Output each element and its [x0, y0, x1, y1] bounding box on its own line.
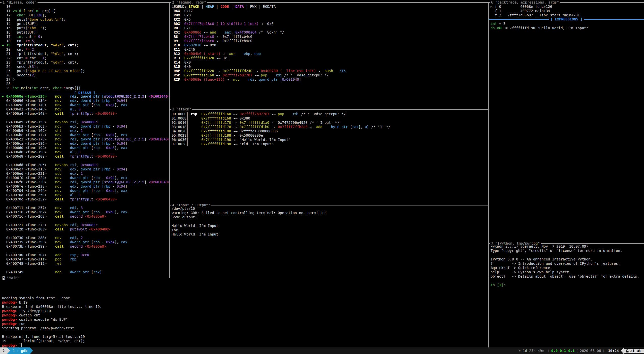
terminal-line: f 1 400772 main+34 [491, 9, 642, 13]
terminal-line: Breakpoint 1 at 0x40068e: file test.c, l… [2, 305, 486, 309]
pane-title-stack: 3 "stack" [171, 107, 192, 111]
terminal-line: 14 gets(BUF); [2, 22, 168, 26]
uptime-value: 1d 23h 49m [521, 349, 546, 353]
terminal-line [2, 201, 168, 206]
terminal-line: RBP 0x7fffffffd220 —▸ 0x7fffffffd240 —▸ … [172, 69, 487, 73]
terminal-line: 04:0020│ 0x7fffffffd180 ◂— 0xffffd190000… [172, 129, 487, 133]
terminal-line: pwndbg> cwatch cnt [2, 313, 486, 317]
terminal-line: 0x40069c <func+140> mov dword ptr [rbp -… [2, 103, 168, 107]
gdb-console[interactable]: Reading symbols from test...done.pwndbg>… [2, 279, 486, 347]
pane-border-stack[interactable] [170, 109, 488, 110]
separator-icon: ⟨ [601, 349, 606, 353]
terminal-line: 0x400704 <func+244> mov dword ptr [rbp -… [2, 189, 168, 193]
terminal-line: 0x4006fe <func+238> mov edx, dword ptr [… [2, 184, 168, 189]
terminal-line: pwndbg> run [2, 322, 486, 326]
terminal-line: 22 cnt = cnt - 1; [2, 56, 168, 60]
terminal-line [2, 283, 486, 287]
ipython-console[interactable]: Python 2.7.17 (default, Nov 7 2019, 10:0… [491, 244, 642, 287]
terminal-line: pwndbg> b 19 [2, 300, 486, 305]
separator-icon: ⟨ [546, 349, 551, 353]
terminal-line: 0x4006d6 <func+198> mov al, 0 [2, 150, 168, 154]
chevron-icon: › [15, 349, 21, 353]
terminal-line: ds BUF = 7fffffffd190 "Hello World, I'm … [491, 26, 642, 30]
terminal-line: 0x4006c2 <func+178> mov rdi, qword ptr [… [2, 137, 168, 141]
terminal-line: 12 char BUF[128]; [2, 13, 168, 17]
terminal-line: pwndbg> tty /dev/pts/10 [2, 309, 486, 313]
terminal-line: Thx. [172, 228, 487, 232]
pane-title-io: 4 "Input / Output" [171, 203, 211, 207]
pane-divider-right[interactable] [488, 2, 489, 347]
disasm-listing[interactable]: ► 0x40068e <func+126> mov rdi, qword ptr… [2, 94, 168, 274]
terminal-line: 0x4006a4 <func+148> call fprintf@plt <0x… [2, 111, 168, 116]
source-listing[interactable]: 10 11 void func(int arg) { 12 char BUF[1… [2, 5, 168, 90]
terminal-line: R11 0x246 [172, 47, 487, 52]
terminal-line: %quickref -> Quick reference. [491, 266, 642, 270]
terminal-line: 07:0038│ 0x7fffffffd198 ◂— "rld, I'm Inp… [172, 142, 487, 146]
uptime-arrow-icon: ↑ [519, 349, 521, 353]
pane-border-io[interactable] [170, 205, 488, 205]
pane-border-main[interactable] [0, 278, 488, 278]
status-bar: 2 1›gdb ↑ 1d 23h 49m ⟨ 0.0 0.1 0.1 ⟨ 202… [0, 347, 644, 354]
terminal-line: pwndbg> [2, 343, 486, 347]
terminal-line: 13 puts("Some output:\n"); [2, 17, 168, 22]
backtrace-frames[interactable]: ► f 0 40068e func+126 f 1 400772 main+34… [491, 5, 642, 17]
terminal-line: Hello World, I'm Input [172, 224, 487, 228]
terminal-line: 27 } [2, 77, 168, 82]
terminal-line: 0x4006f0 <func+224> mov dword ptr [rbp -… [2, 176, 168, 180]
status-clock: 10:24 [606, 349, 621, 353]
terminal-line: Reading symbols from test...done. [2, 296, 486, 300]
terminal-line [2, 159, 168, 163]
terminal-line: Breakpoint 1, func (arg=5) at test.c:19 [2, 335, 486, 339]
terminal-line: 0x400711 <func+257> mov edi, 3 [2, 206, 168, 210]
terminal-line: 02:0010│ 0x7fffffffd170 —▸ 0x7fffffffd1a… [172, 121, 487, 125]
terminal-line: Type "copyright", "credits" or "license"… [491, 249, 642, 253]
load-average: 0.0 0.1 0.1 [551, 349, 575, 353]
terminal-line: 10 [2, 5, 168, 9]
terminal-line: 20 cnt *= 2; [2, 47, 168, 52]
terminal-line: 0x4006b9 <func+169> shl ecx, 1 [2, 129, 168, 133]
terminal-line: RSI 0x40080d ◂— and eax, 0x4f000a64 /* '… [172, 30, 487, 35]
pane-title-ipython: 7 "IPython: tmp/pwndbg" [490, 241, 541, 246]
stack-panel[interactable]: 00:0000│ rsp 0x7fffffffd160 —▸ 0x7ffff7b… [172, 112, 487, 146]
lock-icon [626, 349, 629, 353]
terminal-line: ► 19 fprintf(stdout, "%d\n", cnt); [2, 43, 168, 47]
terminal-line: 0x4006b3 <func+163> mov ecx, dword ptr [… [2, 124, 168, 129]
terminal-line: 24 second(3); [2, 65, 168, 69]
text-cursor[interactable] [19, 343, 22, 347]
terminal-line: 0x40070c <func+252> call fprintf@plt <0x… [2, 197, 168, 201]
terminal-line: R13 0x7fffffffd320 ◂— 0x1 [172, 56, 487, 60]
terminal-line: 0x40072b <func+283> call puts@plt <0x400… [2, 227, 168, 231]
terminal-line: 0x400716 <func+262> mov dword ptr [rbp -… [2, 210, 168, 214]
registers-panel[interactable]: LEGEND: STACK | HEAP | CODE | DATA | RWX… [172, 5, 487, 82]
expressions-list[interactable]: cnt = 5ds BUF = 7fffffffd190 "Hello Worl… [491, 22, 642, 30]
terminal-line: RIP 0x40068e (func+126) ◂— mov rdi, qwor… [172, 77, 487, 82]
terminal-line: 28 [2, 82, 168, 86]
terminal-line: 0x400696 <func+134> mov edx, dword ptr [… [2, 99, 168, 103]
session-name-segment[interactable]: 2 [0, 347, 7, 354]
terminal-line: 01:0008│ 0x7fffffffd168 ◂— 0x380 [172, 116, 487, 121]
terminal-line: 00:0000│ rsp 0x7fffffffd160 —▸ 0x7ffff7b… [172, 112, 487, 116]
terminal-line: IPython 5.8.0 -- An enhanced Interactive… [491, 257, 642, 261]
terminal-line: 11 void func(int arg) { [2, 9, 168, 13]
terminal-line: ? -> Introduction and overview of IPytho… [491, 261, 642, 266]
window-tab-gdb[interactable]: 1›gdb [10, 347, 30, 354]
terminal-line: object? -> Details about 'object', use '… [491, 274, 642, 279]
terminal-line [491, 253, 642, 257]
terminal-line [2, 287, 486, 292]
powerline-arrow [621, 347, 624, 354]
terminal-line: R8 0x7ffff7fcb4c0 ◂— 0x7ffff7fcb4c0 [172, 35, 487, 39]
expressions-separator-label: [ EXPRESSIONS ] [489, 17, 644, 21]
terminal-line [491, 279, 642, 283]
terminal-line [2, 279, 486, 283]
io-panel[interactable]: /dev/pts/10warning: GDB: Failed to set c… [172, 206, 487, 237]
terminal-line: 0x400735 <func+293> mov dword ptr [rbp -… [2, 240, 168, 244]
terminal-line: R12 0x4004b0 (_start) ◂— xor ebp, ebp [172, 52, 487, 56]
terminal-line: 0x4006e7 <func+215> mov ecx, dword ptr [… [2, 167, 168, 171]
terminal-line: R14 0x0 [172, 60, 487, 65]
terminal-line: 0x4006d8 <func+200> call fprintf@plt <0x… [2, 154, 168, 159]
terminal-line: RDI 0x1 [172, 26, 487, 30]
terminal-line: 16 puts(BUF); [2, 30, 168, 35]
terminal-line: 29 int main(int argc, char *argv[]) [2, 86, 168, 90]
terminal-line: 0x4006a2 <func+146> mov al, 0 [2, 107, 168, 111]
powerline-arrow [30, 347, 33, 354]
